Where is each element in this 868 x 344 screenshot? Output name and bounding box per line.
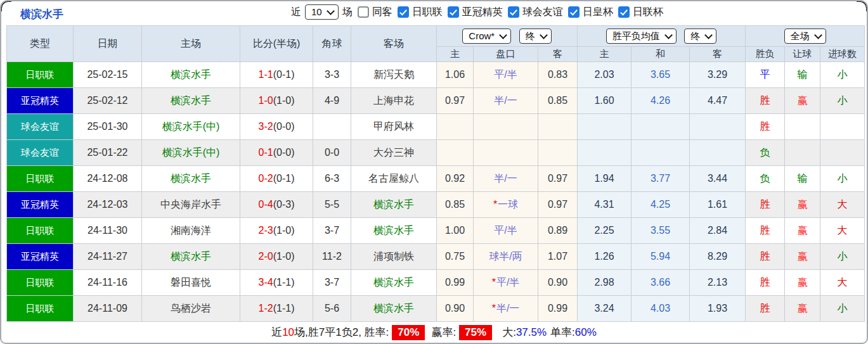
handicap-cell: 半/一 bbox=[474, 88, 538, 114]
date-cell: 24-11-16 bbox=[74, 270, 142, 296]
score-cell: 0-1(0-0) bbox=[240, 140, 313, 166]
date-cell: 24-12-03 bbox=[74, 192, 142, 218]
same-opponent-checkbox[interactable] bbox=[358, 6, 369, 18]
handicap-cell: *半/一 bbox=[474, 296, 538, 322]
corners-cell: 5-5 bbox=[313, 192, 351, 218]
handicap-result-cell bbox=[785, 114, 820, 140]
avg-source-select[interactable]: 胜平负均值 bbox=[606, 29, 677, 44]
avg-time-select[interactable]: 终 bbox=[684, 29, 716, 44]
handicap-value: 球半/两 bbox=[489, 251, 522, 262]
league-label: 球会友谊 bbox=[522, 6, 563, 19]
avg-home-cell: 1.26 bbox=[578, 244, 632, 270]
date-cell: 25-02-12 bbox=[74, 88, 142, 114]
odds-source-select[interactable]: Crow* bbox=[462, 29, 511, 44]
outcome-cell: 胜 bbox=[746, 218, 785, 244]
home-team-cell: 横滨水手 bbox=[142, 244, 240, 270]
score-cell: 2-3(1-0) bbox=[240, 218, 313, 244]
col-header-home: 主场 bbox=[142, 26, 240, 62]
col-header-avg-draw: 和 bbox=[632, 47, 690, 62]
fulltime-score: 1-2 bbox=[259, 303, 273, 314]
league-checkbox[interactable] bbox=[448, 6, 459, 18]
avg-draw-cell: 3.66 bbox=[632, 270, 690, 296]
avg-draw-cell: 4.03 bbox=[632, 296, 690, 322]
away-odds-cell: 0.89 bbox=[538, 218, 578, 244]
match-row: 亚冠精英24-11-27横滨水手2-0(1-0)11-2浦项制铁0.75球半/两… bbox=[7, 244, 865, 270]
home-team-cell: 中央海岸水手 bbox=[142, 192, 240, 218]
avg-draw-cell: 3.55 bbox=[632, 218, 690, 244]
league-label: 日皇杯 bbox=[583, 6, 613, 19]
single-rate-label: 单率: bbox=[550, 326, 575, 338]
fulltime-score: 0-4 bbox=[259, 199, 273, 210]
avg-away-cell: 2.13 bbox=[690, 270, 746, 296]
outcome-cell: 胜 bbox=[746, 114, 785, 140]
corners-cell: 11-2 bbox=[313, 244, 351, 270]
home-team-cell: 磐田喜悦 bbox=[142, 270, 240, 296]
league-checkbox[interactable] bbox=[508, 6, 519, 18]
handicap-value: 半/一 bbox=[494, 95, 517, 106]
chevron-down-icon bbox=[327, 7, 335, 15]
odds-time-select[interactable]: 终 bbox=[519, 29, 552, 44]
avg-draw-cell: 3.65 bbox=[632, 62, 690, 88]
league-checkbox[interactable] bbox=[618, 6, 630, 18]
away-team-cell: 新泻天鹅 bbox=[351, 62, 437, 88]
near-label: 近 bbox=[291, 6, 301, 19]
halftime-score: (1-1) bbox=[273, 277, 295, 288]
away-handicap-star: * bbox=[492, 277, 496, 288]
fulltime-score: 0-1 bbox=[259, 147, 273, 158]
corners-cell: 4-9 bbox=[313, 88, 351, 114]
score-cell: 2-0(1-0) bbox=[240, 244, 313, 270]
avg-away-cell: 1.61 bbox=[690, 192, 746, 218]
halftime-score: (1-0) bbox=[273, 225, 295, 236]
fulltime-score: 1-1 bbox=[259, 69, 273, 80]
avg-away-cell: 8.29 bbox=[690, 244, 746, 270]
corners-cell: 0-0 bbox=[313, 140, 351, 166]
big-rate-label: 大: bbox=[502, 326, 516, 338]
away-team-cell: 浦项制铁 bbox=[351, 244, 437, 270]
avg-away-cell: 1.93 bbox=[690, 296, 746, 322]
goals-cell: 大 bbox=[820, 192, 865, 218]
score-cell: 3-4(1-1) bbox=[240, 270, 313, 296]
away-team-cell: 上海申花 bbox=[351, 88, 437, 114]
avg-home-cell: 3.24 bbox=[578, 296, 632, 322]
fulltime-score: 3-2 bbox=[259, 121, 273, 132]
avg-away-cell: 3.29 bbox=[690, 62, 746, 88]
goals-cell: 小 bbox=[820, 296, 865, 322]
col-header-avg-home: 主 bbox=[578, 47, 632, 62]
league-type-cell: 亚冠精英 bbox=[7, 192, 74, 218]
goals-cell: 大 bbox=[820, 270, 865, 296]
col-header-odds-home: 主 bbox=[437, 47, 474, 62]
league-checkbox[interactable] bbox=[568, 6, 580, 18]
odds-source-value: Crow* bbox=[469, 30, 495, 42]
chevron-down-icon bbox=[499, 31, 507, 39]
avg-away-cell: 4.47 bbox=[690, 88, 746, 114]
league-checkbox[interactable] bbox=[398, 6, 409, 18]
date-cell: 25-01-22 bbox=[74, 140, 142, 166]
summary-text: 近 bbox=[271, 326, 282, 338]
avg-home-cell: 1.60 bbox=[578, 88, 632, 114]
handicap-result-cell: 赢 bbox=[785, 88, 820, 114]
match-row: 日职联24-11-16磐田喜悦3-4(1-1)3-7横滨水手0.99*平/半0.… bbox=[7, 270, 865, 296]
col-header-odds-away: 客 bbox=[538, 47, 578, 62]
halftime-score: (0-0) bbox=[273, 121, 295, 132]
avg-draw-cell bbox=[632, 114, 690, 140]
chevron-down-icon bbox=[704, 31, 713, 39]
date-cell: 24-11-27 bbox=[74, 244, 142, 270]
avg-home-cell: 2.03 bbox=[578, 62, 632, 88]
away-odds-cell: 0.99 bbox=[538, 296, 578, 322]
match-count-select[interactable]: 10 bbox=[305, 4, 339, 20]
page-title: 横滨水手 bbox=[20, 7, 63, 22]
scope-select[interactable]: 全场 bbox=[784, 29, 826, 44]
handicap-result-cell: 赢 bbox=[785, 296, 820, 322]
handicap-cell bbox=[474, 114, 538, 140]
match-history-table: 类型 日期 主场 比分(半场) 角球 客场 Crow* 终 胜平负均值 终 全场 bbox=[6, 25, 865, 322]
summary-record: 场,胜7平1负2, 胜率: bbox=[294, 326, 389, 338]
match-row: 日职联24-12-08横滨水手0-2(0-1)6-3名古屋鲸八0.92半/一0.… bbox=[7, 166, 865, 192]
date-cell: 24-12-08 bbox=[74, 166, 142, 192]
league-type-cell: 球会友谊 bbox=[7, 140, 74, 166]
home-team-cell: 横滨水手 bbox=[142, 62, 240, 88]
filter-bar: 近 10 场 同客 日职联亚冠精英球会友谊日皇杯日联杯 bbox=[290, 4, 664, 20]
corners-cell: 3-3 bbox=[313, 62, 351, 88]
handicap-value: 平/半 bbox=[496, 277, 519, 288]
home-odds-cell: 0.85 bbox=[437, 192, 474, 218]
handicap-result-cell: 赢 bbox=[785, 244, 820, 270]
